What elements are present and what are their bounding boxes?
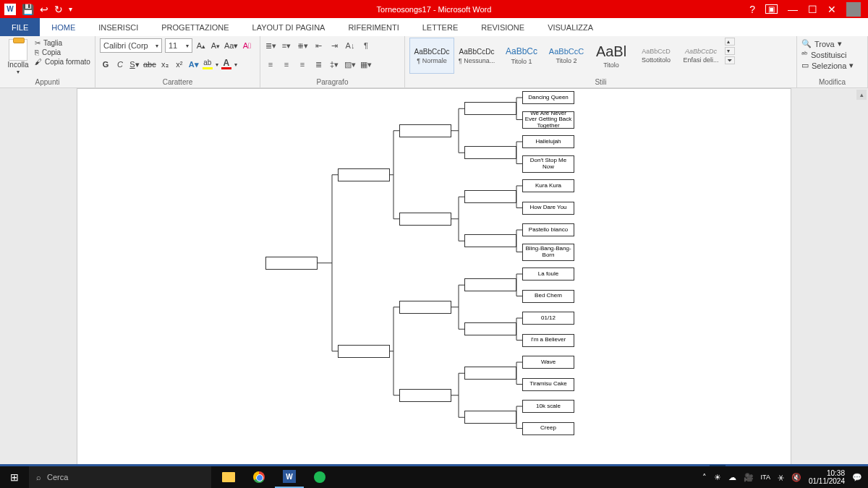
word-taskbar-icon[interactable]: W — [275, 466, 304, 488]
bracket-song[interactable]: Pastello bianco — [522, 223, 574, 236]
bold-icon[interactable]: G — [100, 58, 111, 71]
bracket-slot[interactable] — [464, 411, 516, 424]
grow-font-icon[interactable]: A▴ — [195, 39, 207, 52]
bracket-song[interactable]: Bed Chem — [522, 290, 574, 303]
pilcrow-icon[interactable]: ¶ — [360, 40, 372, 51]
bracket-slot[interactable] — [464, 146, 516, 159]
qat-more-icon[interactable]: ▾ — [69, 5, 72, 13]
bracket-song[interactable]: Don't Stop Me Now — [522, 155, 574, 173]
italic-icon[interactable]: C — [114, 58, 126, 71]
gallery-up-icon[interactable]: ▴ — [725, 38, 735, 46]
scroll-up-icon[interactable]: ▴ — [856, 90, 867, 100]
tab-mailings[interactable]: LETTERE — [411, 18, 470, 36]
bracket-slot[interactable] — [464, 190, 516, 203]
gallery-down-icon[interactable]: ▾ — [725, 47, 735, 55]
bracket-song[interactable]: 01/12 — [522, 312, 574, 325]
tab-references[interactable]: RIFERIMENTI — [336, 18, 410, 36]
help-icon[interactable]: ? — [749, 4, 755, 15]
tab-view[interactable]: VISUALIZZA — [536, 18, 605, 36]
format-painter-button[interactable]: 🖌Copia formato — [35, 58, 90, 66]
bracket-song[interactable]: How Dare You — [522, 202, 574, 215]
style-item[interactable]: AaBbCcCTitolo 2 — [544, 38, 589, 74]
indent-icon[interactable]: ⇥ — [328, 40, 340, 51]
replace-button[interactable]: ᵃᵇSostituisci — [801, 50, 854, 59]
style-item[interactable]: AaBbCcDcEnfasi deli... — [678, 38, 723, 74]
strike-icon[interactable]: abc — [143, 58, 156, 71]
volume-icon[interactable]: 🔇 — [791, 473, 801, 482]
find-button[interactable]: 🔍Trova ▾ — [801, 39, 854, 48]
superscript-icon[interactable]: x² — [174, 58, 185, 71]
align-left-icon[interactable]: ≡ — [265, 59, 276, 70]
bracket-song[interactable]: La foule — [522, 267, 574, 281]
start-button[interactable]: ⊞ — [0, 471, 29, 483]
notification-icon[interactable]: 💬 — [852, 473, 862, 482]
bracket-slot[interactable] — [399, 124, 451, 137]
underline-icon[interactable]: S▾ — [129, 58, 140, 71]
bracket-slot[interactable] — [338, 345, 390, 358]
tab-insert[interactable]: INSERISCI — [87, 18, 150, 36]
copy-button[interactable]: ⎘Copia — [35, 48, 90, 56]
bracket-slot[interactable] — [464, 102, 516, 115]
wifi-icon[interactable]: ⚹ — [778, 473, 784, 482]
style-item[interactable]: AaBbCcDSottotitolo — [634, 38, 678, 74]
select-button[interactable]: ▭Seleziona ▾ — [801, 61, 854, 70]
font-size-select[interactable]: 11▾ — [165, 38, 192, 53]
tray-chevron-icon[interactable]: ˄ — [702, 473, 707, 482]
bracket-slot[interactable] — [464, 234, 516, 247]
meet-icon[interactable]: 🎥 — [744, 473, 754, 482]
shading-icon[interactable]: ▨▾ — [344, 59, 356, 70]
bracket-slot[interactable] — [464, 367, 516, 380]
style-item[interactable]: AaBlTitolo — [589, 38, 634, 74]
ribbon-options-icon[interactable]: ▣ — [765, 4, 778, 14]
bullets-icon[interactable]: ≣▾ — [265, 40, 276, 51]
spotify-icon[interactable] — [305, 466, 334, 488]
bracket-song[interactable]: Creep — [522, 422, 574, 435]
bracket-slot[interactable] — [399, 389, 451, 402]
tab-design[interactable]: PROGETTAZIONE — [150, 18, 240, 36]
maximize-icon[interactable]: ☐ — [808, 4, 817, 15]
numbering-icon[interactable]: ≡▾ — [281, 40, 292, 51]
bracket-song[interactable]: Tiramisu Cake — [522, 378, 574, 391]
bracket-slot[interactable] — [464, 322, 516, 335]
redo-icon[interactable]: ↻ — [54, 4, 63, 15]
cut-button[interactable]: ✂Taglia — [35, 39, 90, 47]
undo-icon[interactable]: ↩ — [40, 4, 48, 15]
taskbar-search[interactable]: ⌕ Cerca — [29, 466, 211, 488]
bracket-song[interactable]: I'm a Believer — [522, 334, 574, 347]
outdent-icon[interactable]: ⇤ — [312, 40, 324, 51]
bracket-slot[interactable] — [338, 168, 390, 181]
align-center-icon[interactable]: ≡ — [281, 59, 292, 70]
sort-icon[interactable]: A↓ — [344, 40, 356, 51]
bracket-slot[interactable] — [399, 213, 451, 226]
font-color-icon[interactable]: A — [221, 59, 231, 69]
borders-icon[interactable]: ▦▾ — [360, 59, 372, 70]
line-spacing-icon[interactable]: ‡▾ — [328, 59, 340, 70]
subscript-icon[interactable]: x₂ — [159, 58, 171, 71]
bracket-song[interactable]: 10k scale — [522, 400, 574, 413]
chrome-icon[interactable] — [244, 466, 273, 488]
gallery-more-icon[interactable]: ⏷ — [725, 56, 735, 64]
save-icon[interactable]: 💾 — [22, 4, 34, 15]
minimize-icon[interactable]: — — [788, 4, 798, 15]
tab-review[interactable]: REVISIONE — [469, 18, 536, 36]
style-item[interactable]: AaBbCcDc¶ Normale — [409, 38, 454, 74]
multilevel-icon[interactable]: ⧻▾ — [297, 40, 308, 51]
clock[interactable]: 10:38 01/11/2024 — [809, 469, 845, 485]
bracket-song[interactable]: Bling-Bang-Bang-Born — [522, 244, 574, 261]
bracket-song[interactable]: Kura Kura — [522, 179, 574, 192]
bracket-song[interactable]: Dancing Queen — [522, 91, 574, 104]
weather-icon[interactable]: ☀ — [714, 473, 721, 482]
justify-icon[interactable]: ≣ — [312, 59, 324, 70]
clear-format-icon[interactable]: Aͯ — [241, 39, 252, 52]
style-item[interactable]: AaBbCcDc¶ Nessuna... — [454, 38, 499, 74]
document-area[interactable]: ▴ Dancing QueenWe Are Never Ever Getting… — [0, 88, 868, 464]
change-case-icon[interactable]: Aa▾ — [224, 39, 238, 52]
paste-button[interactable]: Incolla ▾ — [4, 38, 32, 75]
tab-file[interactable]: FILE — [0, 18, 40, 36]
style-item[interactable]: AaBbCcTitolo 1 — [499, 38, 544, 74]
tab-home[interactable]: HOME — [40, 18, 87, 36]
lang-icon[interactable]: ITA — [761, 474, 770, 481]
font-name-select[interactable]: Calibri (Corp▾ — [100, 38, 162, 53]
bracket-song[interactable]: We Are Never Ever Getting Back Together — [522, 111, 574, 129]
tab-layout[interactable]: LAYOUT DI PAGINA — [241, 18, 337, 36]
